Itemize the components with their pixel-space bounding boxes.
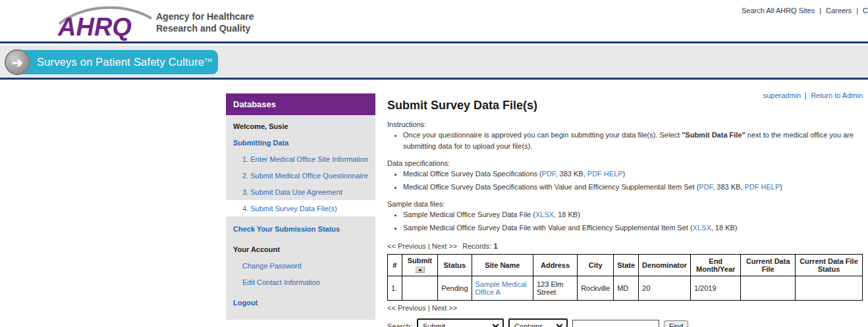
sample-data-files-label: Sample data files: <box>387 200 864 208</box>
search-operator-select[interactable]: Contains <box>508 318 568 327</box>
sidebar-current-item-band: 4. Submit Survey Data File(s) <box>226 200 375 216</box>
instructions-list: Once your questionnaire is approved you … <box>387 130 864 151</box>
th-denominator: Denominator <box>639 255 691 276</box>
sidebar-item-change-password[interactable]: Change Password <box>226 257 375 274</box>
sample-file-item: Sample Medical Office Survey Data File w… <box>403 222 864 234</box>
th-city: City <box>578 255 614 276</box>
pagination-bottom: << Previous | Next >> <box>387 304 864 312</box>
data-specifications-label: Data specifications: <box>387 159 864 167</box>
site-header: AHRQ Agency for Healthcare Research and … <box>0 0 868 43</box>
top-nav: Search All AHRQ Sites|Careers|C <box>723 7 868 14</box>
th-current-data-file: Current Data File <box>741 255 796 276</box>
xlsx-link[interactable]: XLSX <box>535 211 554 218</box>
site-name-link[interactable]: Sample Medical Office A <box>475 280 527 296</box>
tagline-line-1: Agency for Healthcare <box>156 11 254 22</box>
pdf-help-link[interactable]: PDF HELP <box>744 183 780 191</box>
th-status: Status <box>438 255 472 276</box>
instruction-item: Once your questionnaire is approved you … <box>403 130 864 151</box>
previous-link[interactable]: << Previous <box>387 242 426 250</box>
previous-link[interactable]: << Previous <box>387 304 426 312</box>
cell-current-data-file-status <box>795 276 862 301</box>
sidebar-body: Welcome, Susie Submitting Data 1. Enter … <box>226 115 375 320</box>
cell-submit <box>402 276 438 301</box>
cell-number: 1. <box>388 276 402 301</box>
survey-data-table: # Submit Status Site Name Address City S… <box>387 254 863 301</box>
cell-site-name: Sample Medical Office A <box>472 276 533 301</box>
logo-text: AHRQ <box>57 13 132 41</box>
cell-state: MD <box>614 276 639 301</box>
top-link-careers[interactable]: Careers <box>826 7 852 14</box>
sidebar-item-submitting-data[interactable]: Submitting Data <box>226 134 375 151</box>
pagination-separator: | <box>428 304 430 312</box>
records-count: Records: 1 <box>462 242 497 250</box>
search-input[interactable] <box>572 320 659 327</box>
th-site-name: Site Name <box>472 255 533 276</box>
welcome-text: Welcome, Susie <box>226 118 375 134</box>
pagination-separator: | <box>428 242 430 250</box>
sidebar-item-logout[interactable]: Logout <box>226 294 375 311</box>
sops-banner: ➔ Surveys on Patient Safety CultureTM <box>17 50 218 74</box>
th-end-month-year: End Month/Year <box>690 255 741 276</box>
th-number: # <box>388 255 402 276</box>
search-label: Search: <box>387 322 412 327</box>
ahrq-logo[interactable]: AHRQ <box>55 4 154 41</box>
sidebar-item-check-submission-status[interactable]: Check Your Submission Status <box>226 220 375 237</box>
cell-denominator: 20 <box>639 276 691 301</box>
pdf-link[interactable]: PDF <box>699 183 713 191</box>
sidebar-title: Databases <box>226 93 375 115</box>
top-link-search-all-ahrq-sites[interactable]: Search All AHRQ Sites <box>742 7 815 14</box>
data-specifications-list: Medical Office Survey Data Specification… <box>387 168 864 192</box>
sample-data-files-list: Sample Medical Office Survey Data File (… <box>387 209 864 233</box>
next-link[interactable]: Next >> <box>432 304 458 312</box>
sidebar: Databases Welcome, Susie Submitting Data… <box>226 93 375 320</box>
cell-end-month-year: 1/2019 <box>690 276 741 301</box>
cell-status: Pending <box>438 276 472 301</box>
next-link[interactable]: Next >> <box>432 242 458 250</box>
sidebar-item-edit-contact-information[interactable]: Edit Contact Information <box>226 274 375 290</box>
agency-tagline: Agency for Healthcare Research and Quali… <box>156 11 254 34</box>
pdf-link[interactable]: PDF <box>542 170 556 178</box>
th-address: Address <box>533 255 578 276</box>
cell-city: Rockville <box>578 276 614 301</box>
th-current-data-file-status: Current Data File Status <box>795 255 862 276</box>
data-spec-item: Medical Office Survey Data Specification… <box>403 182 864 193</box>
xlsx-link[interactable]: XLSX <box>693 224 711 232</box>
top-nav-separator: | <box>856 7 858 14</box>
sort-button[interactable] <box>415 266 425 273</box>
search-field-select[interactable]: Submit <box>417 318 504 327</box>
sort-arrow-icon <box>418 268 422 271</box>
top-nav-separator: | <box>819 7 821 14</box>
sidebar-item-submit-survey-data-files[interactable]: 4. Submit Survey Data File(s) <box>226 200 375 216</box>
th-submit: Submit <box>402 255 438 276</box>
trademark-symbol: TM <box>204 57 212 63</box>
pagination-top: << Previous | Next >> Records: 1 <box>387 242 864 250</box>
table-header-row: # Submit Status Site Name Address City S… <box>388 255 863 276</box>
top-link-clipped[interactable]: C <box>863 7 868 14</box>
banner-title: Surveys on Patient Safety CultureTM <box>17 56 212 68</box>
pdf-help-link[interactable]: PDF HELP <box>587 170 623 178</box>
data-spec-item: Medical Office Survey Data Specification… <box>403 168 864 180</box>
search-bar: Search: Submit Contains Find <box>387 318 864 327</box>
globe-arrow-icon: ➔ <box>5 49 30 75</box>
banner-strip: ➔ Surveys on Patient Safety CultureTM <box>0 45 868 80</box>
th-state: State <box>614 255 639 276</box>
table-row: 1. Pending Sample Medical Office A 123 E… <box>388 276 863 301</box>
page-title: Submit Survey Data File(s) <box>387 99 864 113</box>
sidebar-item-enter-site-information[interactable]: 1. Enter Medical Office Site Information <box>226 151 375 167</box>
cell-current-data-file <box>741 276 796 301</box>
cell-address: 123 Elm Street <box>533 276 578 301</box>
instructions-label: Instructions: <box>387 120 864 128</box>
sidebar-item-submit-data-use-agreement[interactable]: 3. Submit Data Use Agreement <box>226 184 375 200</box>
sidebar-item-submit-questionnaire[interactable]: 2. Submit Medical Office Questionnaire <box>226 167 375 184</box>
main-content: Submit Survey Data File(s) Instructions:… <box>387 99 864 327</box>
sidebar-section-your-account: Your Account <box>226 241 375 257</box>
tagline-line-2: Research and Quality <box>156 22 254 34</box>
sample-file-item: Sample Medical Office Survey Data File (… <box>403 209 864 220</box>
find-button[interactable]: Find <box>664 320 688 327</box>
